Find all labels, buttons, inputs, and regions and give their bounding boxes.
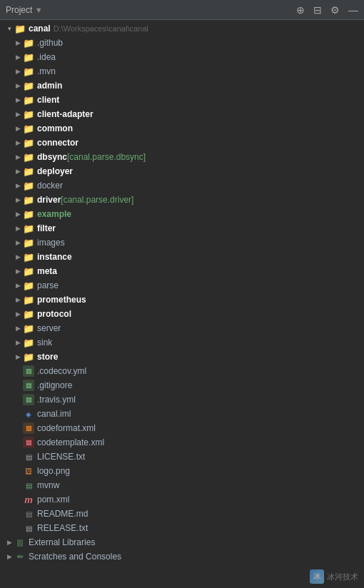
folder-icon: 📁 xyxy=(23,37,34,49)
item-arrow: ▶ xyxy=(13,253,23,260)
tree-item-canal_iml[interactable]: ◈ canal.iml xyxy=(0,407,364,421)
tree-item-license[interactable]: ▤ LICENSE.txt xyxy=(0,450,364,464)
folder-icon: 📁 xyxy=(23,137,34,148)
item-label: protocol xyxy=(37,309,71,319)
watermark-text: 冰河技术 xyxy=(327,572,358,582)
tree-item-logo[interactable]: 🖼 logo.png xyxy=(0,464,364,478)
tree-item-meta[interactable]: ▶📁meta xyxy=(0,264,364,278)
item-label: admin xyxy=(37,81,62,91)
folder-icon: 📁 xyxy=(23,208,34,220)
item-arrow: ▶ xyxy=(13,82,23,89)
item-label: sink xyxy=(37,338,52,348)
dropdown-arrow[interactable]: ▼ xyxy=(35,6,43,14)
item-label: prometheus xyxy=(37,295,86,305)
tree-item-mvn[interactable]: ▶📁.mvn xyxy=(0,64,364,78)
item-arrow: ▶ xyxy=(13,54,23,61)
item-arrow: ▶ xyxy=(13,196,23,203)
file-icon: ▤ xyxy=(23,437,34,448)
tree-item-protocol[interactable]: ▶📁protocol xyxy=(0,307,364,321)
tree-item-example[interactable]: ▶📁example xyxy=(0,207,364,221)
tree-item-admin[interactable]: ▶📁admin xyxy=(0,78,364,93)
file-icon: ▤ xyxy=(23,365,34,377)
root-label: canal xyxy=(29,24,51,34)
tree-item-server[interactable]: ▶📁server xyxy=(0,321,364,335)
tree-item-codecov[interactable]: ▤ .codecov.yml xyxy=(0,364,364,378)
item-label: .travis.yml xyxy=(37,395,76,405)
tree-item-store[interactable]: ▶📁store xyxy=(0,350,364,364)
item-arrow: ▶ xyxy=(13,68,23,75)
settings-icon[interactable]: ⚙ xyxy=(330,4,340,16)
tree-item-mvnw[interactable]: ▤ mvnw xyxy=(0,478,364,492)
item-label: filter xyxy=(37,223,56,233)
root-arrow: ▾ xyxy=(4,25,14,32)
tree-item-filter[interactable]: ▶📁filter xyxy=(0,221,364,235)
file-icon: m xyxy=(23,494,34,505)
folder-icon: 📁 xyxy=(23,151,34,163)
add-icon[interactable]: ⊕ xyxy=(296,4,305,16)
tree-item-release[interactable]: ▤ RELEASE.txt xyxy=(0,521,364,535)
item-label: server xyxy=(37,323,61,333)
folder-icon: 📁 xyxy=(23,308,34,320)
item-label: dbsync xyxy=(37,152,67,162)
tree-item-idea[interactable]: ▶📁.idea xyxy=(0,50,364,64)
tree-item-pom[interactable]: m pom.xml xyxy=(0,492,364,507)
tree-root[interactable]: ▾ 📁 canal D:\Workspaces\canal\canal xyxy=(0,21,364,36)
tree-item-gitignore[interactable]: ▤ .gitignore xyxy=(0,378,364,392)
item-label: .mvn xyxy=(37,66,56,76)
item-arrow: ▶ xyxy=(13,111,23,118)
file-icon: ▤ xyxy=(23,508,34,519)
item-arrow: ▶ xyxy=(13,211,23,218)
tree-item-client-adapter[interactable]: ▶📁client-adapter xyxy=(0,107,364,121)
item-label: example xyxy=(37,209,71,219)
item-label: client xyxy=(37,95,59,105)
file-icon: 🖼 xyxy=(23,465,34,477)
tree-item-travis[interactable]: ▤ .travis.yml xyxy=(0,392,364,407)
item-label: logo.png xyxy=(37,466,70,476)
tree-item-images[interactable]: ▶📁images xyxy=(0,235,364,250)
tree-item-readme[interactable]: ▤ README.md xyxy=(0,507,364,521)
folder-icon: 📁 xyxy=(23,337,34,348)
root-path: D:\Workspaces\canal\canal xyxy=(54,24,148,33)
tree-item-dbsync[interactable]: ▶📁dbsync [canal.parse.dbsync] xyxy=(0,150,364,164)
folder-icon: 📁 xyxy=(23,180,34,191)
item-label: RELEASE.txt xyxy=(37,523,88,533)
module-ref: [canal.parse.dbsync] xyxy=(67,152,146,162)
item-label: codeformat.xml xyxy=(37,423,96,433)
item-arrow: ▶ xyxy=(13,225,23,232)
item-label: LICENSE.txt xyxy=(37,452,85,462)
tree-item-deployer[interactable]: ▶📁deployer xyxy=(0,164,364,178)
external-libraries-item[interactable]: ▶ ||| External Libraries xyxy=(0,535,364,549)
tree-item-connector[interactable]: ▶📁connector xyxy=(0,136,364,150)
folder-icon: 📁 xyxy=(23,80,34,91)
tree-item-codeformat[interactable]: ▤ codeformat.xml xyxy=(0,421,364,435)
item-label: store xyxy=(37,352,58,362)
item-label: connector xyxy=(37,138,79,148)
item-label: deployer xyxy=(37,166,73,176)
scratches-label: Scratches and Consoles xyxy=(29,552,121,562)
minimize-icon[interactable]: — xyxy=(348,4,358,16)
tree-item-instance[interactable]: ▶📁instance xyxy=(0,250,364,264)
scratches-item[interactable]: ▶ ✏ Scratches and Consoles xyxy=(0,549,364,564)
tree-item-codetemplates[interactable]: ▤ codetemplate.xml xyxy=(0,435,364,450)
tree-item-client[interactable]: ▶📁client xyxy=(0,93,364,107)
item-arrow: ▶ xyxy=(13,353,23,360)
tree-item-common[interactable]: ▶📁common xyxy=(0,121,364,136)
item-label: parse xyxy=(37,280,59,290)
tree-item-parse[interactable]: ▶📁parse xyxy=(0,278,364,293)
tree-item-github[interactable]: ▶📁.github xyxy=(0,36,364,50)
tree-item-driver[interactable]: ▶📁driver [canal.parse.driver] xyxy=(0,193,364,207)
folder-icon: 📁 xyxy=(23,251,34,263)
file-icon: ◈ xyxy=(23,408,34,420)
folder-icon: 📁 xyxy=(23,94,34,106)
item-arrow: ▶ xyxy=(13,139,23,146)
tree-item-prometheus[interactable]: ▶📁prometheus xyxy=(0,293,364,307)
layout-icon[interactable]: ⊟ xyxy=(313,4,322,16)
item-arrow: ▶ xyxy=(13,296,23,303)
tree-item-docker[interactable]: ▶📁docker xyxy=(0,178,364,193)
folder-icon: 📁 xyxy=(23,166,34,177)
tree-item-sink[interactable]: ▶📁sink xyxy=(0,335,364,350)
item-label: .github xyxy=(37,38,63,48)
item-label: driver xyxy=(37,195,61,205)
item-arrow: ▶ xyxy=(13,282,23,289)
item-label: images xyxy=(37,238,65,248)
